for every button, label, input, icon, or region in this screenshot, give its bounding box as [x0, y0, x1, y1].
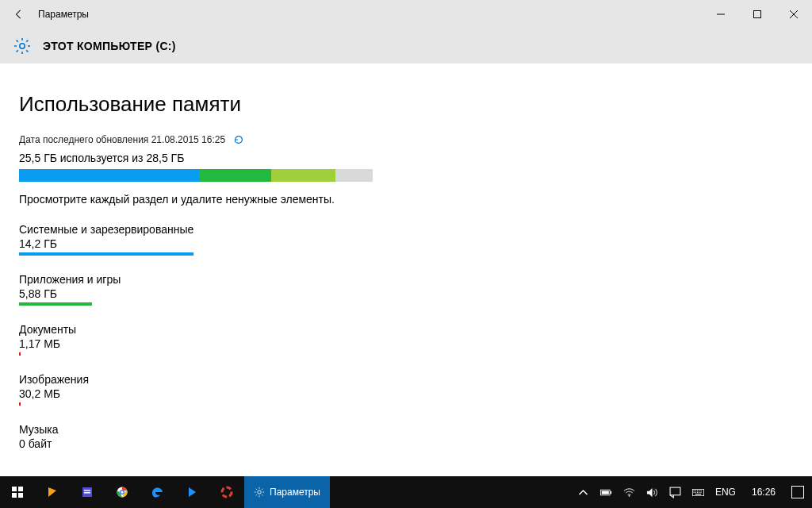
svg-rect-13 [12, 487, 17, 491]
category-size: 0 байт [19, 437, 209, 450]
taskbar-active-task[interactable]: Параметры [244, 476, 330, 508]
tray-clock[interactable]: 16:26 [747, 487, 780, 498]
hint-text: Просмотрите каждый раздел и удалите нену… [19, 193, 793, 206]
taskbar-chrome[interactable] [105, 476, 140, 508]
storage-category[interactable]: Музыка0 байт [19, 423, 209, 456]
taskbar-app-1[interactable] [35, 476, 70, 508]
category-name: Приложения и игры [19, 273, 209, 286]
svg-rect-42 [693, 490, 694, 491]
svg-line-12 [17, 50, 18, 52]
svg-point-38 [629, 495, 630, 496]
usage-bar-segment [271, 169, 335, 182]
usage-bar-segment [335, 169, 373, 182]
drive-label: ЭТОТ КОМПЬЮТЕР (C:) [43, 40, 176, 52]
svg-point-25 [222, 487, 232, 497]
system-tray: ENG 16:26 [577, 486, 812, 498]
category-size: 30,2 МБ [19, 387, 209, 400]
svg-line-33 [262, 489, 262, 490]
category-bar [19, 352, 193, 356]
category-bar [19, 452, 193, 456]
svg-rect-36 [610, 491, 611, 493]
usage-bar [19, 169, 373, 182]
svg-point-4 [20, 44, 25, 48]
taskbar-app-2[interactable] [70, 476, 105, 508]
window-title: Параметры [38, 9, 89, 20]
svg-rect-50 [699, 491, 699, 492]
taskbar-edge[interactable] [140, 476, 174, 508]
svg-line-11 [26, 40, 28, 42]
usage-bar-segment [19, 169, 199, 182]
gear-icon [254, 487, 265, 498]
svg-rect-52 [695, 494, 702, 495]
svg-line-32 [262, 495, 262, 495]
tray-language[interactable]: ENG [715, 487, 736, 498]
last-update-text: Дата последнего обновления 21.08.2015 16… [19, 134, 225, 145]
last-update-row: Дата последнего обновления 21.08.2015 16… [19, 134, 793, 145]
svg-rect-20 [84, 492, 90, 494]
svg-line-9 [17, 40, 18, 42]
storage-category[interactable]: Документы1,17 МБ [19, 323, 209, 356]
category-size: 14,2 ГБ [19, 237, 209, 250]
svg-rect-48 [695, 491, 696, 492]
category-name: Документы [19, 323, 209, 336]
svg-rect-43 [695, 490, 696, 491]
start-button[interactable] [0, 476, 35, 508]
svg-rect-19 [84, 490, 90, 491]
gear-icon [13, 37, 32, 56]
svg-line-34 [256, 495, 257, 495]
taskbar: Параметры ENG 16:26 [0, 476, 812, 508]
svg-marker-39 [647, 487, 653, 496]
svg-rect-1 [754, 11, 761, 18]
svg-rect-15 [12, 493, 17, 498]
category-bar [19, 252, 193, 256]
content: Использование памяти Дата последнего обн… [0, 64, 812, 456]
svg-rect-51 [700, 491, 701, 492]
storage-category[interactable]: Приложения и игры5,88 ГБ [19, 273, 209, 306]
svg-rect-16 [18, 493, 23, 498]
usage-bar-segment [199, 169, 272, 182]
taskbar-active-label: Параметры [270, 487, 320, 498]
svg-rect-14 [18, 487, 23, 491]
svg-line-31 [256, 489, 257, 490]
svg-rect-46 [700, 490, 701, 491]
svg-rect-37 [602, 491, 609, 494]
category-name: Системные и зарезервированные [19, 223, 209, 236]
tray-battery-icon[interactable] [600, 487, 612, 498]
svg-rect-44 [697, 490, 698, 491]
category-name: Изображения [19, 373, 209, 386]
category-size: 1,17 МБ [19, 337, 209, 350]
minimize-button[interactable] [703, 0, 739, 29]
svg-rect-40 [670, 487, 680, 495]
category-bar [19, 402, 193, 406]
svg-line-10 [26, 50, 28, 52]
subheader: ЭТОТ КОМПЬЮТЕР (C:) [0, 29, 812, 64]
category-size: 5,88 ГБ [19, 287, 209, 300]
refresh-icon[interactable] [233, 134, 244, 145]
tray-chevron-up-icon[interactable] [577, 487, 589, 498]
svg-rect-45 [699, 490, 699, 491]
tray-notifications-icon[interactable] [669, 487, 681, 498]
usage-text: 25,5 ГБ используется из 28,5 ГБ [19, 152, 793, 164]
tray-keyboard-icon[interactable] [692, 487, 704, 498]
tray-wifi-icon[interactable] [623, 487, 635, 498]
back-button[interactable] [6, 2, 32, 27]
storage-category[interactable]: Системные и зарезервированные14,2 ГБ [19, 223, 209, 256]
svg-rect-47 [693, 491, 694, 492]
taskbar-app-3[interactable] [209, 476, 244, 508]
storage-category[interactable]: Изображения30,2 МБ [19, 373, 209, 406]
titlebar: Параметры [0, 0, 812, 29]
close-button[interactable] [776, 0, 812, 29]
tray-show-desktop[interactable] [791, 486, 804, 498]
taskbar-media[interactable] [174, 476, 209, 508]
svg-marker-17 [48, 487, 56, 497]
tray-volume-icon[interactable] [646, 487, 658, 498]
svg-point-26 [258, 491, 261, 494]
svg-point-23 [121, 491, 124, 494]
maximize-button[interactable] [739, 0, 776, 29]
svg-rect-49 [697, 491, 698, 492]
category-name: Музыка [19, 423, 209, 436]
page-heading: Использование памяти [19, 92, 793, 117]
svg-marker-24 [189, 487, 196, 497]
category-bar [19, 302, 193, 306]
